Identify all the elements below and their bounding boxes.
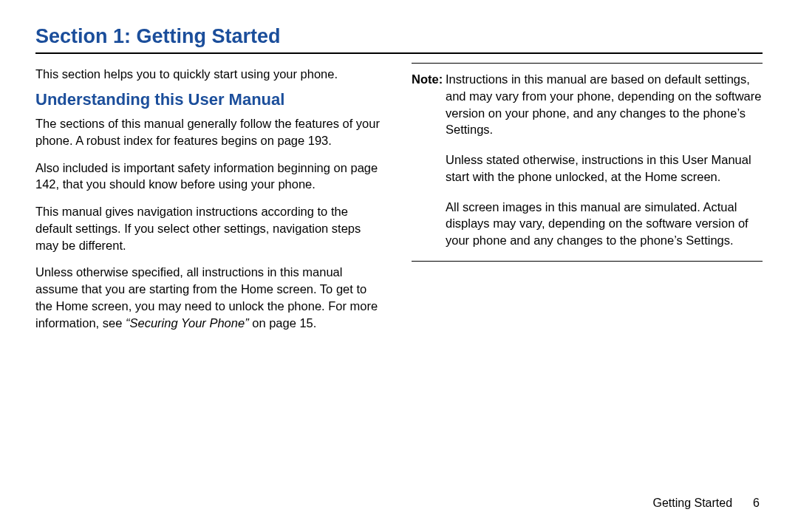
- right-column: Note: Instructions in this manual are ba…: [412, 61, 763, 342]
- note-item-3: All screen images in this manual are sim…: [446, 199, 763, 249]
- content-columns: This section helps you to quickly start …: [35, 61, 763, 342]
- subheading: Understanding this User Manual: [35, 89, 386, 111]
- intro-paragraph: This section helps you to quickly start …: [35, 66, 386, 83]
- note-label: Note:: [412, 71, 446, 138]
- footer-page-number: 6: [753, 497, 760, 509]
- paragraph-1: The sections of this manual generally fo…: [35, 115, 386, 149]
- footer-section-label: Getting Started: [652, 497, 732, 509]
- page-footer: Getting Started6: [652, 497, 760, 510]
- paragraph-4: Unless otherwise specified, all instruct…: [35, 264, 386, 331]
- note-item-2: Unless stated otherwise, instructions in…: [446, 151, 763, 185]
- note-text-1: Instructions in this manual are based on…: [446, 71, 763, 138]
- paragraph-2: Also included is important safety inform…: [35, 160, 386, 194]
- paragraph-4-text-b: on page 15.: [249, 316, 317, 330]
- left-column: This section helps you to quickly start …: [35, 61, 386, 342]
- section-title: Section 1: Getting Started: [35, 25, 763, 48]
- manual-page: Section 1: Getting Started This section …: [0, 0, 798, 532]
- note-item-1: Note: Instructions in this manual are ba…: [412, 71, 763, 138]
- paragraph-3: This manual gives navigation instruction…: [35, 203, 386, 253]
- cross-reference: “Securing Your Phone”: [126, 316, 249, 330]
- title-rule: [35, 52, 763, 54]
- note-block: Note: Instructions in this manual are ba…: [412, 63, 763, 262]
